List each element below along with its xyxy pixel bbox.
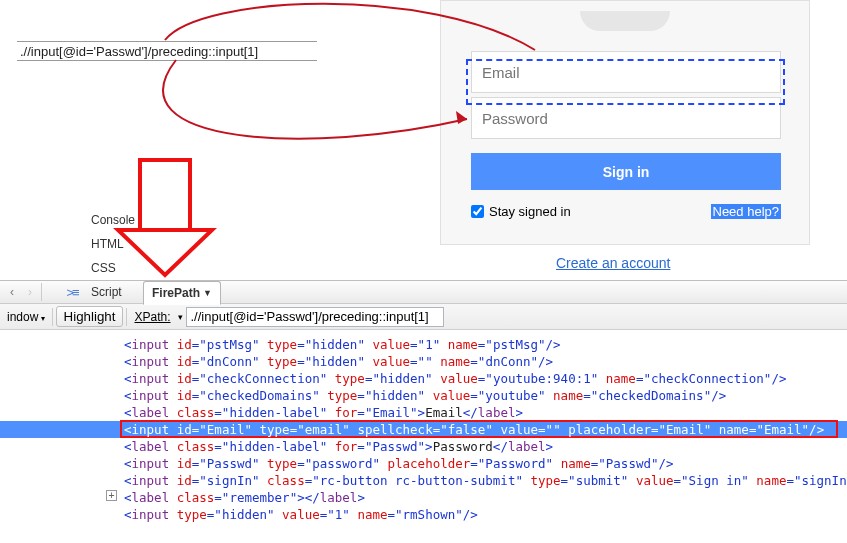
source-line[interactable]: <input id="dnConn" type="hidden" value="… [124, 353, 847, 370]
tab-firepath-label: FirePath [152, 286, 200, 300]
xpath-result-display: .//input[@id='Passwd']/preceding::input[… [17, 41, 317, 61]
devtools-tabbar: ‹ › ConsoleHTMLCSSScriptDOMNetCookies Fi… [0, 280, 847, 304]
tab-firepath[interactable]: FirePath ▼ [143, 281, 221, 305]
avatar [580, 11, 670, 31]
window-selector[interactable]: indow [3, 310, 49, 324]
highlight-button[interactable]: Highlight [56, 306, 124, 327]
source-line[interactable]: <input id="checkedDomains" type="hidden"… [124, 387, 847, 404]
tab-script[interactable]: Script [83, 280, 143, 304]
nav-back-button[interactable]: ‹ [3, 283, 21, 301]
source-line[interactable]: <input id="signIn" class="rc-button rc-b… [124, 472, 847, 489]
source-line[interactable]: <label class="hidden-label" for="Passwd"… [124, 438, 847, 455]
source-line[interactable]: <input type="hidden" value="1" name="rmS… [124, 506, 847, 523]
password-field[interactable] [471, 97, 781, 139]
source-line[interactable]: <input id="checkConnection" type="hidden… [124, 370, 847, 387]
email-field[interactable] [471, 51, 781, 93]
nav-forward-button[interactable]: › [21, 283, 39, 301]
sign-in-button[interactable]: Sign in [471, 153, 781, 190]
create-account-link[interactable]: Create an account [556, 255, 670, 271]
html-source-panel[interactable]: <input id="pstMsg" type="hidden" value="… [0, 330, 847, 529]
caret-down-icon: ▼ [203, 288, 212, 298]
source-line[interactable]: +<label class="remember"></label> [124, 489, 847, 506]
xpath-input[interactable] [186, 307, 444, 327]
login-card: Sign in Stay signed in Need help? [440, 0, 810, 245]
source-line[interactable]: <input id="pstMsg" type="hidden" value="… [124, 336, 847, 353]
inspect-element-button[interactable] [61, 285, 83, 300]
tab-html[interactable]: HTML [83, 232, 143, 256]
devtools-panel: ‹ › ConsoleHTMLCSSScriptDOMNetCookies Fi… [0, 280, 847, 529]
stay-signed-in-label: Stay signed in [489, 204, 571, 219]
source-line[interactable]: <label class="hidden-label" for="Email">… [124, 404, 847, 421]
xpath-type-selector[interactable]: XPath: [130, 310, 174, 324]
tab-css[interactable]: CSS [83, 256, 143, 280]
need-help-link[interactable]: Need help? [711, 204, 782, 219]
source-line[interactable]: <input id="Email" type="email" spellchec… [124, 421, 847, 438]
stay-signed-in-checkbox[interactable] [471, 205, 484, 218]
expand-toggle[interactable]: + [106, 490, 117, 501]
svg-rect-1 [140, 160, 190, 230]
source-line[interactable]: <input id="Passwd" type="password" place… [124, 455, 847, 472]
tab-console[interactable]: Console [83, 208, 143, 232]
stay-signed-in[interactable]: Stay signed in [471, 204, 571, 219]
